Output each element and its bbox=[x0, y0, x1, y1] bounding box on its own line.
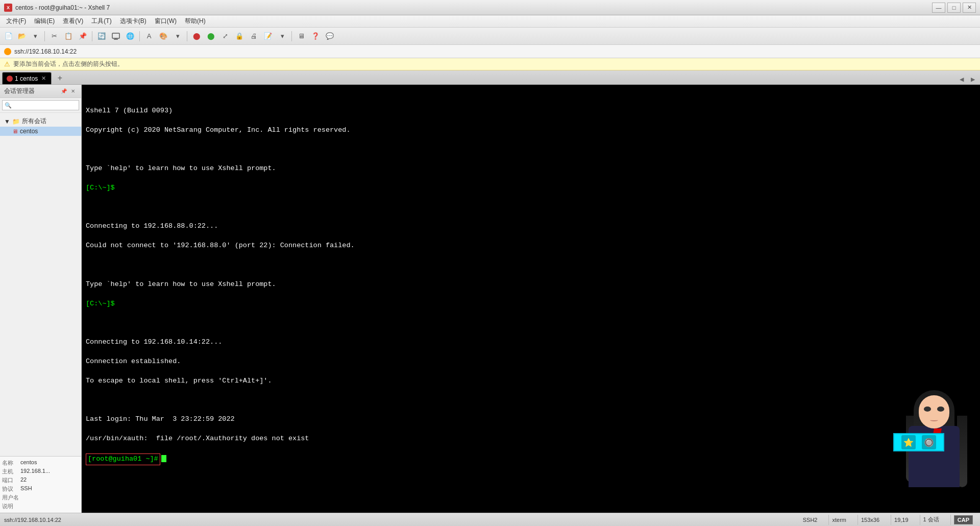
menu-view[interactable]: 查看(V) bbox=[59, 15, 87, 27]
close-button[interactable]: ✕ bbox=[963, 3, 976, 13]
window-title: centos - root@guiha01:~ - Xshell 7 bbox=[15, 4, 932, 11]
info-label-name: 名称 bbox=[2, 459, 20, 467]
toolbar-sessions-btn[interactable] bbox=[109, 30, 122, 43]
info-value-name: centos bbox=[20, 459, 79, 467]
term-line-5: [C:\~]$ bbox=[86, 183, 976, 193]
toolbar-new-btn[interactable]: 📄 bbox=[2, 30, 15, 43]
address-bar: ssh://192.168.10.14:22 bbox=[0, 45, 980, 58]
toolbar-sep-1 bbox=[44, 31, 45, 41]
sidebar-pin-btn[interactable]: 📌 bbox=[60, 87, 68, 95]
tabs-nav-left-btn[interactable]: ◀ bbox=[957, 74, 967, 84]
toolbar-help-btn[interactable]: ❓ bbox=[309, 30, 322, 43]
status-bar: ssh://192.168.10.14:22 SSH2 xterm 153x36… bbox=[0, 513, 980, 526]
title-bar: X centos - root@guiha01:~ - Xshell 7 — □… bbox=[0, 0, 980, 15]
term-label: xterm bbox=[832, 517, 846, 523]
session-info-panel: 名称 centos 主机 192.168.1... 端口 22 协议 SSH 用… bbox=[0, 456, 81, 513]
terminal-content[interactable]: Xshell 7 (Build 0093) Copyright (c) 2020… bbox=[82, 85, 980, 513]
toolbar-file-group: 📄 📂 ▾ bbox=[2, 30, 42, 43]
terminal-cursor bbox=[161, 455, 166, 462]
term-line-18: /usr/bin/xauth: file /root/.Xauthority d… bbox=[86, 434, 976, 444]
toolbar-copy-btn[interactable]: 📋 bbox=[62, 30, 75, 43]
term-line-11: [C:\~]$ bbox=[86, 299, 976, 309]
info-row-protocol: 协议 SSH bbox=[2, 485, 79, 493]
sidebar-search-input[interactable] bbox=[2, 100, 79, 110]
toolbar-chat-btn[interactable]: 💬 bbox=[323, 30, 336, 43]
term-line-13: Connecting to 192.168.10.14:22... bbox=[86, 338, 976, 347]
toolbar-print-btn[interactable]: 🖨 bbox=[247, 30, 260, 43]
term-line-16 bbox=[86, 396, 976, 405]
toolbar-cut-btn[interactable]: ✂ bbox=[47, 30, 61, 43]
toolbar-screen-btn[interactable]: 🖥 bbox=[295, 30, 308, 43]
maximize-button[interactable]: □ bbox=[947, 3, 961, 13]
toolbar-paste-btn[interactable]: 📌 bbox=[76, 30, 89, 43]
menu-tabs[interactable]: 选项卡(B) bbox=[116, 15, 151, 27]
term-prompt-3: [root@guiha01 ~]# bbox=[88, 455, 158, 463]
status-term: xterm bbox=[828, 515, 849, 525]
tree-group-all: ▼ 📁 所有会话 🖥 centos bbox=[0, 115, 81, 137]
sessions-label: 1 会话 bbox=[923, 516, 939, 523]
toolbar-expand-btn[interactable]: ⤢ bbox=[218, 30, 232, 43]
info-icon: ⚠ bbox=[4, 60, 10, 68]
toolbar-font-dropdown[interactable]: ▾ bbox=[171, 30, 184, 43]
svg-rect-0 bbox=[112, 33, 119, 38]
term-prompt-2: [C:\~]$ bbox=[86, 300, 115, 307]
toolbar-log-dropdown[interactable]: ▾ bbox=[276, 30, 289, 43]
info-row-name: 名称 centos bbox=[2, 459, 79, 467]
tree-group-header-all[interactable]: ▼ 📁 所有会话 bbox=[0, 116, 81, 127]
info-value-username bbox=[20, 494, 79, 501]
tabs-navigation: ◀ ▶ bbox=[957, 74, 978, 84]
toolbar-lock-btn[interactable]: 🔒 bbox=[233, 30, 246, 43]
status-sessions: 1 会话 bbox=[920, 515, 942, 525]
status-position: 19,19 bbox=[891, 515, 912, 525]
toolbar-record-btn[interactable]: ⬤ bbox=[204, 30, 217, 43]
tabs-nav-right-btn[interactable]: ▶ bbox=[968, 74, 978, 84]
menu-edit[interactable]: 编辑(E) bbox=[30, 15, 59, 27]
session-label: centos bbox=[20, 128, 38, 135]
sidebar-close-btn[interactable]: ✕ bbox=[69, 87, 77, 95]
toolbar-stop-btn[interactable]: ⬤ bbox=[190, 30, 203, 43]
toolbar-refresh-btn[interactable]: 🔄 bbox=[95, 30, 108, 43]
info-row-username: 用户名 bbox=[2, 493, 79, 502]
menu-bar: 文件(F) 编辑(E) 查看(V) 工具(T) 选项卡(B) 窗口(W) 帮助(… bbox=[0, 15, 980, 28]
sidebar-title: 会话管理器 bbox=[4, 87, 35, 95]
main-content: 会话管理器 📌 ✕ ▼ 📁 所有会话 🖥 centos bbox=[0, 85, 980, 513]
info-row-host: 主机 192.168.1... bbox=[2, 467, 79, 476]
group-folder-icon: 📁 bbox=[12, 118, 20, 125]
menu-tools[interactable]: 工具(T) bbox=[87, 15, 115, 27]
info-banner: ⚠ 要添加当前会话，点击左侧的箭头按钮。 bbox=[0, 58, 980, 70]
toolbar-internet-btn[interactable]: 🌐 bbox=[124, 30, 137, 43]
toolbar-open-btn[interactable]: 📂 bbox=[15, 30, 29, 43]
terminal-area[interactable]: Xshell 7 (Build 0093) Copyright (c) 2020… bbox=[82, 85, 980, 513]
term-line-17: Last login: Thu Mar 3 23:22:59 2022 bbox=[86, 415, 976, 424]
toolbar-sep-3 bbox=[139, 31, 140, 41]
toolbar-color-btn[interactable]: 🎨 bbox=[157, 30, 170, 43]
toolbar-dropdown-btn[interactable]: ▾ bbox=[29, 30, 42, 43]
info-label-desc: 说明 bbox=[2, 503, 20, 510]
toolbar-log-btn[interactable]: 📝 bbox=[261, 30, 275, 43]
sidebar-search-area bbox=[0, 98, 81, 113]
term-line-19: [root@guiha01 ~]# bbox=[86, 453, 976, 465]
status-ssh: SSH2 bbox=[800, 515, 821, 525]
tab-close-btn[interactable]: ✕ bbox=[40, 75, 47, 82]
info-label-protocol: 协议 bbox=[2, 485, 20, 493]
menu-help[interactable]: 帮助(H) bbox=[181, 15, 210, 27]
toolbar-sep-4 bbox=[187, 31, 187, 41]
menu-file[interactable]: 文件(F) bbox=[2, 15, 30, 27]
minimize-button[interactable]: — bbox=[932, 3, 945, 13]
toolbar-sep-2 bbox=[92, 31, 92, 41]
term-line-9 bbox=[86, 260, 976, 270]
window-controls: — □ ✕ bbox=[932, 3, 976, 13]
tab-icon bbox=[7, 76, 13, 82]
term-line-7: Connecting to 192.168.88.0:22... bbox=[86, 222, 976, 231]
toolbar-font-btn[interactable]: A bbox=[142, 30, 156, 43]
tab-add-button[interactable]: + bbox=[54, 72, 66, 84]
tab-centos[interactable]: 1 centos ✕ bbox=[2, 72, 52, 84]
tree-item-centos[interactable]: 🖥 centos bbox=[0, 127, 81, 136]
info-row-port: 端口 22 bbox=[2, 476, 79, 485]
position-label: 19,19 bbox=[894, 517, 909, 523]
info-value-host: 192.168.1... bbox=[20, 468, 79, 475]
terminal-prompt-highlighted: [root@guiha01 ~]# bbox=[86, 453, 160, 465]
menu-window[interactable]: 窗口(W) bbox=[151, 15, 181, 27]
ssh-label: SSH2 bbox=[803, 517, 818, 523]
term-line-1: Xshell 7 (Build 0093) bbox=[86, 106, 976, 116]
